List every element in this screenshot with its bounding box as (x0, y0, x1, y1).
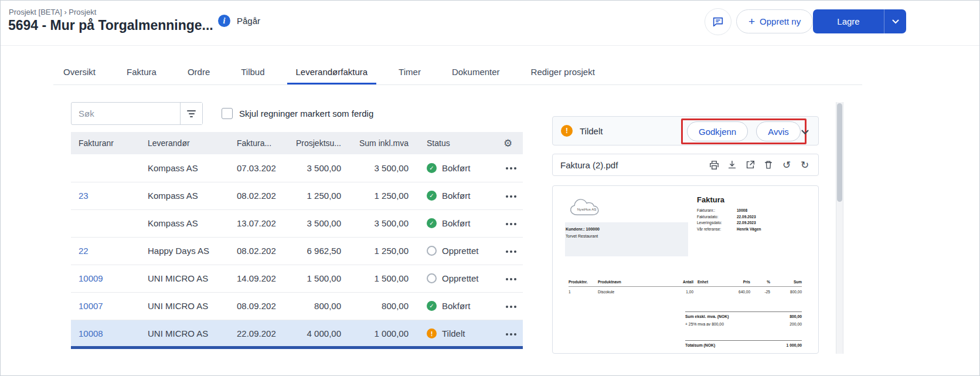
col-fakturanr: Fakturanr (71, 132, 140, 154)
meta-label: Leveringsdato: (697, 220, 737, 226)
cell-fakturadato: 14.09.202 (229, 265, 279, 292)
tab[interactable]: Tilbud (241, 59, 264, 84)
tab-label: Leverandørfaktura (296, 67, 368, 77)
download-button[interactable] (726, 159, 738, 171)
totals-label: Totalsum (NOK) (685, 343, 715, 347)
cell-sum: 1 000,00 (342, 320, 410, 347)
scrollbar-thumb[interactable] (837, 103, 842, 202)
invoice-customer-block: Kundenr.: 100000 Torvet Restaurant (565, 222, 688, 256)
status-icon (427, 328, 437, 338)
invoice-row[interactable]: 10009 UNI MICRO AS 14.09.202 1 500,00 1 … (71, 265, 523, 292)
customer-name: Torvet Restaurant (566, 234, 688, 238)
detail-scrollbar[interactable] (836, 102, 843, 354)
status-icon (427, 301, 437, 311)
cell-fakturadato: 13.07.202 (229, 209, 279, 237)
invoice-number-link[interactable]: 10008 (79, 328, 103, 338)
tab-bar: Oversikt Faktura Ordre Tilbud Leverandør… (53, 59, 862, 85)
col-prosjektsum: Prosjektsu... (279, 132, 342, 154)
invoice-row[interactable]: Kompass AS 07.03.202 3 500,00 3 500,00 B… (71, 154, 523, 182)
status-label: Bokført (442, 301, 470, 311)
product-col-name: Produktnavn (598, 280, 665, 284)
status-icon (427, 191, 437, 201)
print-button[interactable] (708, 159, 720, 171)
filter-button[interactable] (180, 103, 202, 124)
save-dropdown-button[interactable] (884, 9, 906, 33)
status-label: Tildelt (442, 328, 465, 338)
collapse-button[interactable] (799, 126, 811, 139)
tab-label: Tilbud (241, 67, 264, 77)
save-button[interactable]: Lagre (813, 9, 884, 33)
col-sum: Sum inkl.mva (342, 132, 410, 154)
chevron-down-icon (892, 19, 899, 24)
open-external-button[interactable] (744, 159, 756, 171)
reject-button[interactable]: Avvis (756, 121, 801, 141)
meta-label: Fakturadato: (697, 214, 737, 221)
tab[interactable]: Timer (399, 59, 421, 84)
cell-actions (493, 265, 523, 292)
approve-button[interactable]: Godkjenn (687, 121, 748, 141)
cell-prosjektsum: 800,00 (279, 292, 342, 320)
product-col-pct: % (750, 280, 770, 284)
delete-button[interactable] (763, 159, 774, 171)
invoice-document: NystHus AS Faktura Fakturanr.: 10008 Fak… (553, 186, 818, 353)
tab[interactable]: Ordre (188, 59, 210, 84)
cell-sum: 1 250,00 (342, 237, 410, 265)
row-menu-button[interactable] (503, 218, 519, 230)
rotate-left-button[interactable] (781, 159, 792, 171)
tab[interactable]: Dokumenter (452, 59, 500, 84)
hide-finished-checkbox[interactable] (222, 108, 233, 119)
row-menu-button[interactable] (503, 162, 519, 174)
cell-fakturanr: 23 (71, 182, 140, 209)
annotation-highlight: Godkjenn Avvis (681, 118, 807, 144)
cell-fakturanr: 10008 (71, 320, 140, 347)
row-menu-button[interactable] (503, 328, 519, 340)
invoice-row[interactable]: Kompass AS 13.07.202 3 500,00 3 500,00 B… (71, 209, 523, 237)
product-qty: 1,00 (665, 290, 693, 294)
invoice-row[interactable]: 10008 UNI MICRO AS 22.09.202 4 000,00 1 … (71, 320, 523, 347)
invoice-row[interactable]: 10007 UNI MICRO AS 08.09.202 800,00 800,… (71, 292, 523, 320)
meta-value: Henrik Vägen (737, 226, 761, 233)
cell-actions (493, 182, 523, 209)
col-status: Status (410, 132, 493, 154)
row-menu-button[interactable] (503, 301, 519, 313)
cell-actions (493, 320, 523, 347)
status-icon (427, 163, 437, 173)
cell-fakturadato: 08.09.202 (229, 292, 279, 320)
tab[interactable]: Leverandørfaktura (296, 59, 368, 84)
chat-button[interactable] (705, 8, 731, 35)
create-new-button[interactable]: Opprett ny (736, 9, 813, 33)
tab[interactable]: Oversikt (63, 59, 96, 84)
info-icon[interactable] (218, 15, 230, 27)
tab[interactable]: Rediger prosjekt (531, 59, 595, 84)
invoice-number-link[interactable]: 10009 (79, 273, 103, 283)
filter-icon (187, 110, 196, 117)
invoice-row[interactable]: 22 Happy Days AS 08.02.202 6 962,50 1 25… (71, 237, 523, 265)
invoice-doc-title: Faktura (697, 195, 724, 204)
invoice-row[interactable]: 23 Kompass AS 08.02.202 1 250,00 1 250,0… (71, 182, 523, 209)
cell-leverandor: Kompass AS (140, 182, 229, 209)
tab[interactable]: Faktura (127, 59, 156, 84)
cell-fakturadato: 22.09.202 (229, 320, 279, 347)
row-menu-button[interactable] (503, 246, 519, 258)
rotate-right-button[interactable] (799, 159, 811, 171)
search-input[interactable] (72, 103, 180, 124)
cell-status: Opprettet (410, 265, 493, 292)
table-settings-icon[interactable] (503, 138, 512, 149)
create-new-label: Opprett ny (760, 16, 801, 26)
breadcrumb[interactable]: Prosjekt [BETA] › Prosjekt (9, 8, 96, 16)
product-col-nr: Produktnr. (569, 280, 598, 284)
cell-leverandor: Kompass AS (140, 154, 229, 182)
invoice-number-link[interactable]: 22 (79, 246, 89, 256)
product-name: Discokule (598, 290, 665, 294)
pdf-preview[interactable]: NystHus AS Faktura Fakturanr.: 10008 Fak… (552, 185, 819, 354)
customer-number: Kundenr.: 100000 (566, 227, 688, 231)
pdf-filename: Faktura (2).pdf (560, 160, 618, 170)
invoice-number-link[interactable]: 10007 (79, 301, 103, 311)
row-menu-button[interactable] (503, 191, 519, 202)
status-label: Opprettet (442, 246, 479, 256)
invoice-number-link[interactable]: 23 (79, 191, 89, 201)
pdf-toolbar: Faktura (2).pdf (552, 154, 819, 176)
totals-value: 200,00 (790, 322, 802, 326)
row-menu-button[interactable] (503, 273, 519, 285)
cell-leverandor: Kompass AS (140, 209, 229, 237)
